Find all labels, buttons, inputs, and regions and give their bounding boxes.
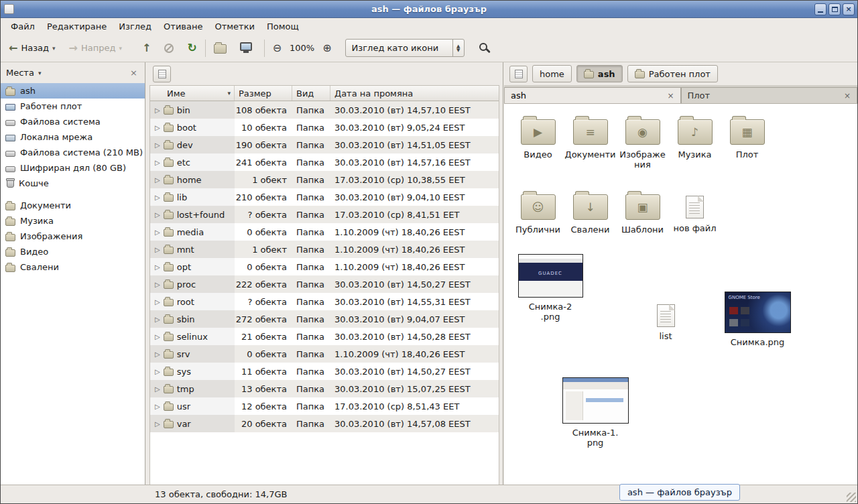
breadcrumb-ash[interactable]: ash	[576, 65, 623, 82]
close-button[interactable]: ×	[843, 3, 855, 15]
stop-button[interactable]	[160, 41, 178, 56]
tab-ash[interactable]: ash ×	[504, 87, 681, 103]
column-header-kind[interactable]: Вид	[292, 86, 330, 101]
zoom-out-button[interactable]: ⊖	[269, 41, 286, 56]
close-sidebar-button[interactable]: ×	[128, 68, 139, 78]
table-row[interactable]: ▷ usr 12 обекта Папка 17.03.2010 (ср) 8,…	[150, 397, 499, 415]
table-row[interactable]: ▷ selinux 21 обекта Папка 30.03.2010 (вт…	[150, 328, 499, 345]
file-item-list[interactable]: list	[642, 300, 689, 341]
icon-grid-item[interactable]: ↓ Свалени	[564, 187, 616, 259]
expander-icon[interactable]: ▷	[155, 141, 160, 149]
table-row[interactable]: ▷ home 1 обект Папка 17.03.2010 (ср) 10,…	[150, 171, 499, 188]
pane-location-button[interactable]	[509, 66, 528, 82]
home-button[interactable]	[210, 40, 231, 56]
icon-grid-item[interactable]: ▣ Шаблони	[617, 187, 668, 259]
menu-item[interactable]: Отиване	[158, 19, 208, 34]
sidebar-item[interactable]: Шифриран дял (80 GB)	[1, 160, 145, 176]
expander-icon[interactable]: ▷	[155, 316, 160, 323]
column-header-name[interactable]: Име ▾	[150, 86, 235, 101]
expander-icon[interactable]: ▷	[155, 403, 160, 410]
view-mode-select[interactable]: Изглед като икони ▲▼	[345, 39, 465, 57]
expander-icon[interactable]: ▷	[155, 385, 160, 393]
table-row[interactable]: ▷ srv 0 обекта Папка 1.10.2009 (чт) 18,4…	[150, 345, 499, 363]
expander-icon[interactable]: ▷	[155, 124, 160, 131]
sidebar-item[interactable]: Файлова система (210 MB)	[1, 145, 145, 160]
expander-icon[interactable]: ▷	[155, 159, 160, 166]
table-row[interactable]: ▷ mnt 1 обект Папка 1.10.2009 (чт) 18,40…	[150, 241, 499, 258]
menu-item[interactable]: Отметки	[208, 19, 260, 34]
icon-grid-item[interactable]: ◉ Изображения	[617, 112, 668, 184]
table-row[interactable]: ▷ tmp 13 обекта Папка 30.03.2010 (вт) 15…	[150, 380, 499, 397]
breadcrumb-home[interactable]: home	[532, 65, 572, 82]
reload-button[interactable]: ↻	[183, 40, 200, 56]
tab-desktop[interactable]: Плот ×	[681, 87, 858, 103]
table-row[interactable]: ▷ etc 241 обекта Папка 30.03.2010 (вт) 1…	[150, 153, 499, 171]
expander-icon[interactable]: ▷	[155, 298, 160, 306]
expander-icon[interactable]: ▷	[155, 263, 160, 271]
pane-location-button[interactable]	[153, 66, 171, 82]
sidebar-item[interactable]: Файлова система	[1, 114, 145, 129]
sidebar-item[interactable]: Изображения	[1, 229, 145, 244]
sidebar-item[interactable]: Работен плот	[1, 99, 145, 114]
icon-grid-item[interactable]: ▶ Видео	[512, 112, 564, 184]
icon-grid-item[interactable]: ▦ Плот	[721, 112, 773, 184]
expander-icon[interactable]: ▷	[155, 281, 160, 288]
icon-grid-item[interactable]: ♪ Музика	[669, 112, 721, 184]
table-row[interactable]: ▷ sbin 272 обекта Папка 30.03.2010 (вт) …	[150, 310, 499, 328]
table-row[interactable]: ▷ var 20 обекта Папка 30.03.2010 (вт) 14…	[150, 415, 499, 432]
chevron-down-icon[interactable]: ▾	[38, 70, 42, 76]
expander-icon[interactable]: ▷	[155, 420, 160, 428]
back-button[interactable]: ← Назад ▾	[5, 40, 60, 56]
tab-close-icon[interactable]: ×	[844, 91, 851, 101]
expander-icon[interactable]: ▷	[155, 246, 160, 253]
expander-icon[interactable]: ▷	[155, 229, 160, 236]
menu-item[interactable]: Помощ	[261, 19, 305, 34]
maximize-button[interactable]	[829, 3, 841, 15]
expander-icon[interactable]: ▷	[155, 176, 160, 184]
table-row[interactable]: ▷ opt 0 обекта Папка 1.10.2009 (чт) 18,4…	[150, 258, 499, 275]
expander-icon[interactable]: ▷	[155, 333, 160, 340]
icon-grid-item[interactable]: ☺ Публични	[512, 187, 564, 259]
column-header-size[interactable]: Размер	[235, 86, 292, 101]
menu-item[interactable]: Изглед	[113, 19, 158, 34]
minimize-button[interactable]	[814, 3, 826, 15]
expander-icon[interactable]: ▷	[155, 211, 160, 218]
resize-grip[interactable]	[847, 493, 856, 502]
expander-icon[interactable]: ▷	[155, 351, 160, 358]
sidebar-item[interactable]: ash	[1, 83, 145, 99]
expander-icon[interactable]: ▷	[155, 368, 160, 375]
breadcrumb-desktop[interactable]: Работен плот	[627, 65, 718, 82]
table-row[interactable]: ▷ dev 190 обекта Папка 30.03.2010 (вт) 1…	[150, 136, 499, 153]
table-row[interactable]: ▷ media 0 обекта Папка 1.10.2009 (чт) 18…	[150, 223, 499, 241]
table-row[interactable]: ▷ proc 222 обекта Папка 30.03.2010 (вт) …	[150, 275, 499, 293]
table-row[interactable]: ▷ sys 11 обекта Папка 30.03.2010 (вт) 14…	[150, 363, 499, 380]
sidebar-item[interactable]: Локална мрежа	[1, 129, 145, 145]
expander-icon[interactable]: ▷	[155, 194, 160, 201]
file-item-snimka1[interactable]: Снимка-1.png	[556, 377, 634, 448]
sidebar-item[interactable]	[1, 191, 145, 198]
table-row[interactable]: ▷ root ? обекта Папка 30.03.2010 (вт) 14…	[150, 293, 499, 310]
sidebar-item[interactable]: Музика	[1, 213, 145, 229]
sidebar-item[interactable]: Документи	[1, 198, 145, 213]
tab-close-icon[interactable]: ×	[667, 91, 674, 101]
file-item-snimka2[interactable]: GUADEC Снимка-2.png	[513, 254, 587, 322]
menu-item[interactable]: Файл	[5, 19, 41, 34]
sidebar-item[interactable]: Свалени	[1, 259, 145, 275]
computer-button[interactable]	[236, 40, 256, 56]
column-header-date[interactable]: Дата на промяна	[330, 86, 499, 101]
up-button[interactable]: ↑	[138, 41, 155, 56]
table-row[interactable]: ▷ lost+found ? обекта Папка 17.03.2010 (…	[150, 206, 499, 223]
zoom-in-button[interactable]: ⊕	[318, 41, 335, 56]
file-item-snimka[interactable]: GNOME Store Снимка.png	[717, 292, 798, 347]
table-row[interactable]: ▷ lib 210 обекта Папка 30.03.2010 (вт) 9…	[150, 188, 499, 206]
menu-item[interactable]: Редактиране	[41, 19, 113, 34]
table-row[interactable]: ▷ bin 108 обекта Папка 30.03.2010 (вт) 1…	[150, 101, 499, 119]
search-button[interactable]	[475, 40, 494, 56]
forward-button[interactable]: → Напред ▾	[65, 40, 126, 56]
expander-icon[interactable]: ▷	[155, 107, 160, 114]
sidebar-item[interactable]: Кошче	[1, 176, 145, 191]
icon-grid-item[interactable]: нов файл	[669, 187, 721, 259]
icon-grid-item[interactable]: ≡ Документи	[564, 112, 616, 184]
sidebar-item[interactable]: Видео	[1, 244, 145, 259]
table-row[interactable]: ▷ boot 10 обекта Папка 30.03.2010 (вт) 9…	[150, 119, 499, 136]
